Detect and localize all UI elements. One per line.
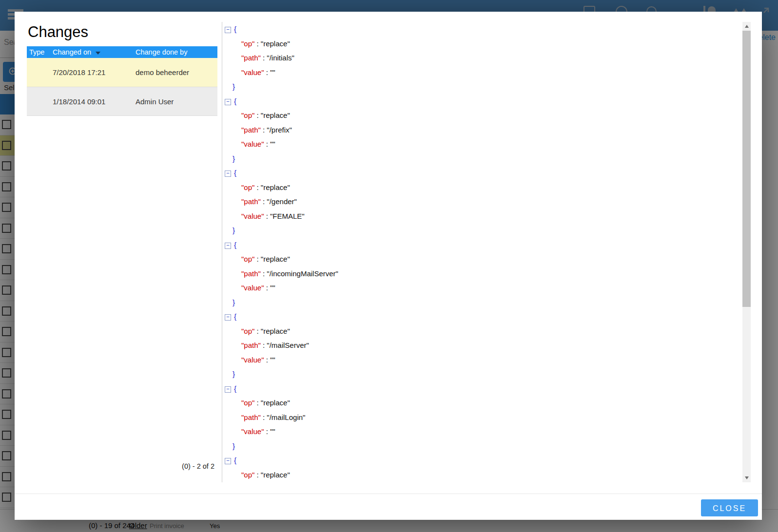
- json-property: "value" : "": [222, 281, 742, 295]
- json-colon: :: [261, 54, 267, 62]
- json-value: "/mailLogin": [267, 413, 305, 421]
- cell-changed-by: demo beheerder: [133, 68, 217, 76]
- json-key: "path": [241, 54, 261, 62]
- json-key: "op": [241, 471, 254, 479]
- json-key: "path": [241, 126, 261, 134]
- json-object-open: −{: [222, 22, 742, 37]
- collapse-icon[interactable]: −: [225, 243, 231, 249]
- scrollbar-up-arrow-icon[interactable]: [745, 25, 749, 28]
- scrollbar-thumb[interactable]: [742, 31, 751, 307]
- json-value: "/incomingMailServer": [267, 269, 338, 278]
- json-colon: :: [264, 427, 271, 436]
- json-object-close: }: [222, 152, 742, 166]
- changes-dialog: Changes Type Changed on Change done by 7…: [15, 12, 762, 520]
- json-scrollbar[interactable]: [742, 22, 751, 482]
- json-value: "": [270, 284, 275, 292]
- json-colon: :: [264, 212, 271, 220]
- json-value: "/mailServer": [267, 341, 309, 349]
- collapse-icon[interactable]: −: [225, 386, 231, 393]
- json-property: "op" : "replace": [222, 108, 742, 123]
- json-colon: :: [264, 140, 271, 148]
- json-colon: :: [264, 356, 271, 364]
- json-property: "value" : "": [222, 424, 742, 439]
- json-object-open: −{: [222, 453, 742, 468]
- open-brace: {: [234, 97, 236, 105]
- cell-changed-on: 1/18/2014 09:01: [50, 97, 133, 106]
- collapse-icon[interactable]: −: [225, 27, 231, 33]
- json-object-close: }: [222, 79, 742, 94]
- open-brace: {: [234, 456, 236, 464]
- json-colon: :: [264, 68, 271, 76]
- json-key: "op": [241, 255, 254, 263]
- cell-changed-on: 7/20/2018 17:21: [50, 68, 133, 76]
- json-value: "replace": [261, 327, 290, 335]
- json-object-close: }: [222, 295, 742, 310]
- json-value: "replace": [261, 471, 290, 479]
- open-brace: {: [234, 312, 236, 321]
- screen: Delete Search Select (0) - 19 of 244 Old…: [0, 0, 778, 532]
- json-colon: :: [261, 126, 267, 134]
- json-value: "": [270, 356, 275, 364]
- json-colon: :: [254, 327, 261, 335]
- collapse-icon[interactable]: −: [225, 458, 231, 464]
- json-object-close: }: [222, 439, 742, 454]
- changes-table-body: 7/20/2018 17:21demo beheerder1/18/2014 0…: [27, 58, 217, 116]
- table-pagination: (0) - 2 of 2: [15, 462, 214, 470]
- json-colon: :: [261, 269, 267, 278]
- column-header-changed-on[interactable]: Changed on: [50, 48, 133, 56]
- json-object-open: −{: [222, 309, 742, 324]
- json-property: "path" : "/initials": [222, 51, 742, 65]
- json-key: "value": [241, 68, 264, 76]
- table-header-row: Type Changed on Change done by: [27, 46, 217, 58]
- close-brace: }: [233, 442, 235, 450]
- json-colon: :: [261, 197, 267, 206]
- json-key: "value": [241, 212, 264, 220]
- json-property: "op" : "replace": [222, 252, 742, 266]
- json-property: "path" : "/mailLogin": [222, 410, 742, 425]
- json-property: "path" : "/gender": [222, 194, 742, 209]
- collapse-icon[interactable]: −: [225, 171, 231, 177]
- json-colon: :: [261, 413, 267, 421]
- json-value: "FEMALE": [270, 212, 305, 220]
- json-key: "value": [241, 284, 264, 292]
- changes-table: Type Changed on Change done by 7/20/2018…: [27, 46, 217, 116]
- json-key: "value": [241, 427, 264, 436]
- json-key: "path": [241, 413, 261, 421]
- json-colon: :: [254, 111, 261, 119]
- json-object-open: −{: [222, 238, 742, 252]
- json-property: "value" : "FEMALE": [222, 209, 742, 224]
- close-brace: }: [233, 298, 235, 306]
- column-header-type[interactable]: Type: [27, 48, 50, 56]
- footer-divider: [15, 494, 762, 494]
- close-brace: }: [233, 154, 235, 163]
- dialog-title: Changes: [28, 23, 88, 41]
- json-property: "path" : "/mailServer": [222, 338, 742, 353]
- scrollbar-down-arrow-icon[interactable]: [745, 476, 749, 479]
- json-value: "/gender": [267, 197, 297, 206]
- table-row[interactable]: 1/18/2014 09:01Admin User: [27, 87, 217, 116]
- open-brace: {: [234, 169, 236, 177]
- json-object-close: }: [222, 223, 742, 238]
- json-colon: :: [254, 39, 261, 48]
- collapse-icon[interactable]: −: [225, 314, 231, 321]
- collapse-icon[interactable]: −: [225, 99, 231, 105]
- json-colon: :: [254, 399, 261, 407]
- column-header-change-done-by[interactable]: Change done by: [133, 48, 217, 56]
- json-value: "replace": [261, 255, 290, 263]
- close-button[interactable]: CLOSE: [701, 499, 758, 516]
- json-key: "value": [241, 140, 264, 148]
- json-value: "": [270, 427, 275, 436]
- json-property: "value" : "": [222, 65, 742, 80]
- json-property: "value" : "": [222, 353, 742, 367]
- json-property: "op" : "replace": [222, 468, 742, 482]
- json-value: "/initials": [267, 54, 294, 62]
- json-property: "op" : "replace": [222, 37, 742, 51]
- json-panel: −{"op" : "replace""path" : "/initials""v…: [222, 22, 742, 482]
- json-key: "op": [241, 399, 254, 407]
- json-object-open: −{: [222, 94, 742, 109]
- open-brace: {: [234, 241, 236, 249]
- json-colon: :: [261, 341, 267, 349]
- json-key: "path": [241, 341, 261, 349]
- open-brace: {: [234, 25, 236, 33]
- table-row[interactable]: 7/20/2018 17:21demo beheerder: [27, 58, 217, 87]
